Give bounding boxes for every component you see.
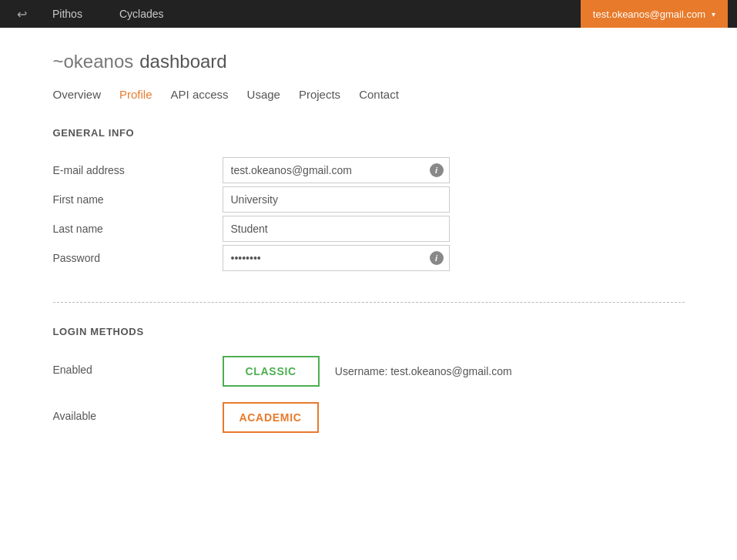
available-label: Available [53, 402, 223, 422]
email-info-icon[interactable]: i [430, 163, 444, 177]
user-menu[interactable]: test.okeanos@gmail.com ▾ [581, 0, 728, 28]
nav-profile[interactable]: Profile [119, 88, 152, 104]
lastname-row: Last name [53, 216, 685, 242]
main-nav: Overview Profile API access Usage Projec… [53, 88, 685, 104]
password-info-icon[interactable]: i [430, 251, 444, 265]
top-bar: ↩ Pithos Cyclades test.okeanos@gmail.com… [0, 0, 737, 28]
firstname-label: First name [53, 193, 223, 206]
enabled-label: Enabled [53, 356, 223, 376]
lastname-label: Last name [53, 223, 223, 235]
login-methods-section: LOGIN METHODS Enabled CLASSIC Username: … [53, 326, 685, 433]
email-row: E-mail address i [53, 157, 685, 183]
classic-username-value: test.okeanos@gmail.com [390, 365, 511, 377]
nav-projects[interactable]: Projects [299, 88, 340, 104]
email-label: E-mail address [53, 164, 223, 176]
email-input[interactable] [223, 157, 450, 183]
available-row: Available ACADEMIC [53, 402, 685, 433]
academic-button[interactable]: ACADEMIC [223, 402, 319, 433]
firstname-row: First name [53, 186, 685, 213]
nav-usage[interactable]: Usage [247, 88, 280, 104]
nav-contact[interactable]: Contact [359, 88, 399, 104]
dashboard-title: dashboard [139, 51, 226, 72]
enabled-row: Enabled CLASSIC Username: test.okeanos@g… [53, 356, 685, 387]
available-content: ACADEMIC [223, 402, 319, 433]
general-info-title: GENERAL INFO [53, 127, 685, 139]
pithos-link[interactable]: Pithos [34, 0, 101, 28]
general-info-section: GENERAL INFO E-mail address i First name… [53, 127, 685, 271]
firstname-input[interactable] [223, 186, 450, 213]
brand-logo: ~okeanos [53, 51, 134, 72]
classic-button[interactable]: CLASSIC [223, 356, 320, 387]
nav-overview[interactable]: Overview [53, 88, 102, 104]
password-label: Password [53, 252, 223, 264]
enabled-content: CLASSIC Username: test.okeanos@gmail.com [223, 356, 512, 387]
username-prefix: Username: [335, 365, 390, 377]
section-divider [53, 302, 685, 303]
login-methods-title: LOGIN METHODS [53, 326, 685, 337]
user-email: test.okeanos@gmail.com [593, 8, 705, 20]
lastname-input[interactable] [223, 216, 450, 242]
classic-username: Username: test.okeanos@gmail.com [335, 365, 512, 377]
back-icon[interactable]: ↩ [9, 7, 34, 22]
logo-row: ~okeanos dashboard [53, 51, 685, 72]
cyclades-link[interactable]: Cyclades [101, 0, 183, 28]
password-row: Password i [53, 245, 685, 271]
chevron-down-icon: ▾ [712, 10, 715, 18]
nav-api-access[interactable]: API access [171, 88, 229, 104]
password-input[interactable] [223, 245, 450, 271]
